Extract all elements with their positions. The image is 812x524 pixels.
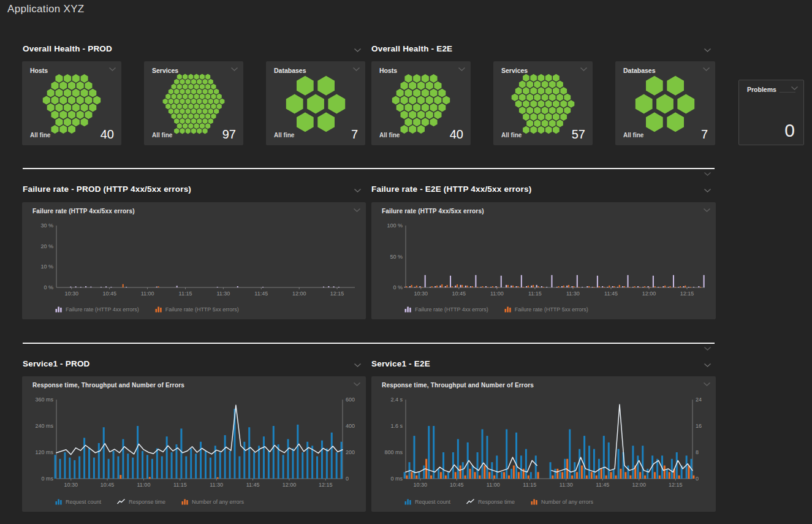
app-title: Application XYZ <box>7 3 84 15</box>
chevron-down-icon[interactable] <box>791 86 799 91</box>
honeycomb-chart <box>150 74 237 134</box>
svg-text:12:00: 12:00 <box>632 482 646 488</box>
chevron-down-icon[interactable] <box>108 67 116 72</box>
failure-chart-tile-e2e[interactable]: Failure rate (HTTP 4xx/5xx errors) 100 %… <box>371 202 716 319</box>
svg-text:12:00: 12:00 <box>283 482 297 488</box>
health-tile-hosts-e2e[interactable]: Hosts All fine 40 <box>371 61 471 145</box>
health-tile-databases-prod[interactable]: Databases All fine 7 <box>266 61 365 145</box>
chevron-down-icon[interactable] <box>704 188 711 193</box>
chart-title: Response time, Throughput and Number of … <box>32 382 184 389</box>
svg-text:20 %: 20 % <box>40 243 53 249</box>
svg-text:11:30: 11:30 <box>560 482 573 488</box>
service-metrics-chart-prod: 360 ms240 ms120 ms0 ms600400200010:3010:… <box>22 392 366 492</box>
svg-text:0 ms: 0 ms <box>390 476 403 482</box>
svg-text:0 %: 0 % <box>393 284 403 290</box>
svg-text:11:00: 11:00 <box>487 482 500 488</box>
section-title-service-prod: Service1 - PROD <box>23 359 90 368</box>
legend-item: Number of any errors <box>531 498 593 505</box>
svg-text:11:30: 11:30 <box>216 290 230 297</box>
svg-text:0: 0 <box>696 476 699 482</box>
status-label: All fine <box>379 132 400 139</box>
svg-text:11:30: 11:30 <box>210 482 223 488</box>
svg-text:12:15: 12:15 <box>319 482 333 488</box>
svg-text:16: 16 <box>696 423 702 429</box>
svg-text:24: 24 <box>696 397 702 403</box>
tile-title: Problems <box>747 86 776 93</box>
chevron-down-icon[interactable] <box>458 67 466 72</box>
legend: Failure rate (HTTP 4xx errors) Failure r… <box>404 306 588 313</box>
health-tile-services-prod[interactable]: Services All fine 97 <box>144 61 243 145</box>
chevron-down-icon[interactable] <box>704 363 711 368</box>
chevron-down-icon[interactable] <box>354 188 362 193</box>
chevron-down-icon[interactable] <box>704 346 711 351</box>
problems-tile[interactable]: Problems 0 <box>738 80 804 145</box>
svg-text:10:45: 10:45 <box>450 482 464 488</box>
legend-label: Failure rate (HTTP 5xx errors) <box>515 306 588 313</box>
svg-text:1.6 s: 1.6 s <box>390 423 403 429</box>
chevron-down-icon[interactable] <box>230 67 238 72</box>
legend: Request count Response time Number of an… <box>404 498 593 505</box>
legend-label: Request count <box>415 499 450 505</box>
line-chart-icon <box>117 498 126 505</box>
svg-text:400: 400 <box>346 423 355 429</box>
chevron-down-icon[interactable] <box>354 363 362 368</box>
legend-item: Number of any errors <box>181 498 244 505</box>
status-label: All fine <box>274 132 294 139</box>
bar-chart-icon <box>504 306 512 313</box>
chevron-down-icon[interactable] <box>352 67 360 72</box>
svg-text:600: 600 <box>346 397 355 403</box>
svg-text:100 %: 100 % <box>387 222 403 229</box>
legend-label: Number of any errors <box>192 499 244 505</box>
legend-item: Failure rate (HTTP 4xx errors) <box>404 306 488 313</box>
svg-text:11:15: 11:15 <box>528 290 542 297</box>
chevron-down-icon[interactable] <box>354 48 362 53</box>
section-divider <box>23 343 715 344</box>
chevron-down-icon[interactable] <box>580 67 588 72</box>
legend-label: Failure rate (HTTP 4xx errors) <box>415 306 488 313</box>
svg-text:10:30: 10:30 <box>64 290 78 297</box>
svg-text:0 ms: 0 ms <box>41 476 53 482</box>
chevron-down-icon[interactable] <box>703 382 711 387</box>
bar-chart-icon <box>155 306 162 313</box>
svg-text:11:45: 11:45 <box>604 290 618 297</box>
problems-count: 0 <box>784 120 795 141</box>
section-title-service-e2e: Service1 - E2E <box>371 359 430 368</box>
service-chart-tile-e2e[interactable]: Response time, Throughput and Number of … <box>371 376 716 512</box>
legend-item: Failure rate (HTTP 4xx errors) <box>55 306 139 313</box>
legend: Failure rate (HTTP 4xx errors) Failure r… <box>55 306 239 313</box>
legend-label: Response time <box>129 499 165 505</box>
legend-label: Response time <box>478 499 515 505</box>
svg-text:50 %: 50 % <box>390 254 403 260</box>
problems-sparkline <box>780 92 795 93</box>
svg-text:11:00: 11:00 <box>141 290 154 297</box>
svg-text:12:00: 12:00 <box>642 290 656 297</box>
entity-count: 7 <box>701 127 708 142</box>
entity-count: 40 <box>450 127 463 142</box>
chevron-down-icon[interactable] <box>702 67 710 72</box>
chevron-down-icon[interactable] <box>353 208 361 213</box>
legend-item: Response time <box>466 498 515 505</box>
chevron-down-icon[interactable] <box>703 208 711 213</box>
svg-text:800 ms: 800 ms <box>384 449 403 455</box>
legend: Request count Response time Number of an… <box>55 498 244 505</box>
service-chart-tile-prod[interactable]: Response time, Throughput and Number of … <box>22 376 366 512</box>
failure-chart-tile-prod[interactable]: Failure rate (HTTP 4xx/5xx errors) 30 %2… <box>22 202 366 319</box>
failure-rate-chart-e2e: 100 %50 %0 %10:3010:4511:0011:1511:3011:… <box>371 218 716 301</box>
chevron-down-icon[interactable] <box>704 48 711 53</box>
legend-label: Failure rate (HTTP 4xx errors) <box>66 306 139 313</box>
health-tile-services-e2e[interactable]: Services All fine 57 <box>493 61 593 145</box>
health-tile-databases-e2e[interactable]: Databases All fine 7 <box>615 61 715 145</box>
svg-text:11:15: 11:15 <box>173 482 187 488</box>
legend-item: Response time <box>117 498 165 505</box>
chevron-down-icon[interactable] <box>353 382 361 387</box>
legend-item: Request count <box>55 498 101 505</box>
health-tile-hosts-prod[interactable]: Hosts All fine 40 <box>22 61 121 145</box>
chevron-down-icon[interactable] <box>704 172 711 177</box>
entity-count: 57 <box>572 127 585 142</box>
svg-text:30 %: 30 % <box>40 222 53 229</box>
svg-text:12:15: 12:15 <box>669 482 683 488</box>
svg-text:11:15: 11:15 <box>523 482 536 488</box>
section-title-failure-e2e: Failure rate - E2E (HTTP 4xx/5xx errors) <box>371 184 531 194</box>
legend-item: Request count <box>404 498 450 505</box>
entity-count: 97 <box>222 127 236 142</box>
